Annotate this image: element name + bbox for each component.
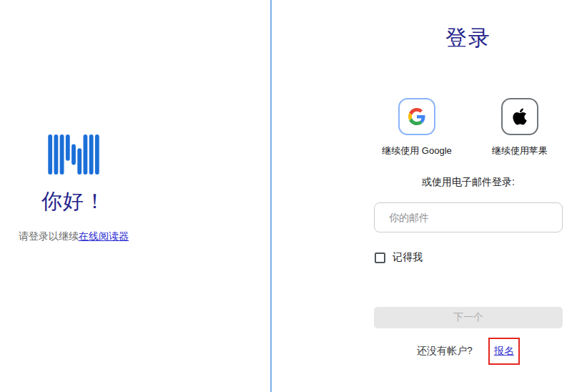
vertical-divider [270,0,272,392]
online-reader-link[interactable]: 在线阅读器 [79,230,129,242]
apple-icon [511,108,528,125]
signup-row: 还没有帐户? 报名 [374,338,563,365]
remember-me-checkbox[interactable] [375,253,385,263]
google-login-button[interactable] [398,98,435,135]
remember-me-label: 记得我 [393,251,423,264]
login-prompt-prefix: 请登录以继续 [19,230,79,242]
greeting-heading: 你好！ [0,187,147,216]
login-prompt-text: 请登录以继续在线阅读器 [0,230,147,243]
google-login-label: 继续使用 Google [382,144,452,157]
apple-login-column: 继续使用苹果 [477,98,563,157]
google-login-column: 继续使用 Google [374,98,460,157]
no-account-text: 还没有帐户? [417,345,473,358]
remember-me-row: 记得我 [375,251,423,264]
signup-link[interactable]: 报名 [494,345,514,358]
login-form-panel: 登录 继续使用 Google 继续使用苹果 或使用电子邮件登录: [374,0,563,392]
next-button[interactable]: 下一个 [374,307,563,328]
email-input[interactable] [374,202,563,232]
social-login-row: 继续使用 Google 继续使用苹果 [374,98,563,157]
apple-login-label: 继续使用苹果 [492,144,548,157]
email-section-label: 或使用电子邮件登录: [374,176,563,189]
google-g-icon [408,108,425,125]
apple-login-button[interactable] [501,98,538,135]
signup-annotation-box: 报名 [488,338,520,365]
left-welcome-panel: 你好！ 请登录以继续在线阅读器 [0,0,270,392]
waveform-bars-logo-icon [48,134,99,175]
login-title: 登录 [374,24,563,53]
